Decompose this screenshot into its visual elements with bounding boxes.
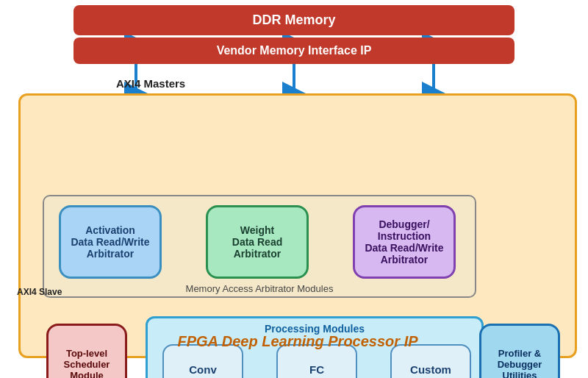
conv-kernel-label: ConvKernel: [186, 363, 220, 379]
debugger-arbitrator: Debugger/InstructionData Read/WriteArbit…: [353, 205, 456, 279]
vendor-memory-label: Vendor Memory Interface IP: [217, 44, 372, 57]
custom-kernel-label: CustomKernel: [410, 363, 451, 379]
axi4-slave-label: AXI4 Slave: [17, 287, 62, 297]
activation-arbitrator-label: ActivationData Read/WriteArbitrator: [71, 224, 149, 260]
scheduler-box: Top-levelSchedulerModule: [46, 324, 127, 378]
ddr-memory-label: DDR Memory: [252, 13, 335, 27]
weight-arbitrator-label: WeightData ReadArbitrator: [232, 224, 282, 260]
fc-kernel-label: FCKernel: [300, 363, 334, 379]
weight-arbitrator: WeightData ReadArbitrator: [206, 205, 309, 279]
fpga-outer-box: ActivationData Read/WriteArbitrator Weig…: [18, 93, 577, 358]
axi4-masters-label: AXI4 Masters: [116, 77, 185, 90]
ddr-memory-box: DDR Memory: [74, 5, 514, 35]
profiler-label: Profiler &DebuggerUtilities: [498, 348, 542, 379]
fpga-label: FPGA Deep Learning Processor IP: [21, 333, 575, 350]
arbitrator-box: ActivationData Read/WriteArbitrator Weig…: [43, 195, 476, 298]
diagram: DDR Memory Vendor Memory Interface IP AX…: [7, 5, 581, 373]
activation-arbitrator: ActivationData Read/WriteArbitrator: [59, 205, 162, 279]
vendor-memory-box: Vendor Memory Interface IP: [74, 38, 514, 64]
profiler-box: Profiler &DebuggerUtilities: [479, 324, 560, 378]
scheduler-label: Top-levelSchedulerModule: [64, 348, 110, 379]
arbitrator-section-label: Memory Access Arbitrator Modules: [44, 283, 475, 294]
debugger-arbitrator-label: Debugger/InstructionData Read/WriteArbit…: [365, 218, 443, 265]
